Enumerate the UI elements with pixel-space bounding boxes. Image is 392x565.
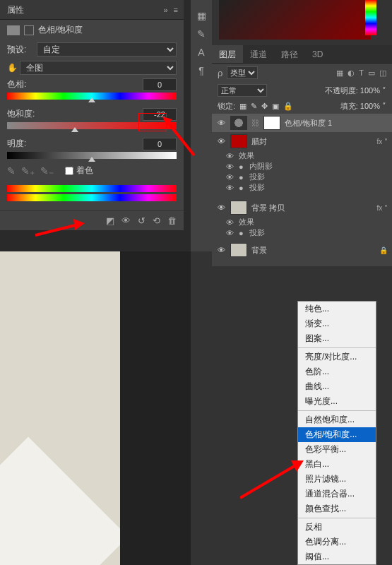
- visibility-icon[interactable]: 👁: [121, 215, 131, 226]
- color-picker[interactable]: [219, 0, 371, 40]
- layer-name[interactable]: 腊封: [251, 136, 267, 147]
- filter-type-icon[interactable]: T: [359, 69, 364, 78]
- lock-pixels-icon[interactable]: ✎: [251, 102, 257, 111]
- right-tool-strip: ▦ ✎ A ¶: [191, 0, 212, 251]
- adjustment-icon: [7, 25, 20, 35]
- visibility-toggle[interactable]: 👁: [226, 162, 236, 171]
- effect-inner-shadow[interactable]: 内阴影: [249, 161, 273, 172]
- filter-smart-icon[interactable]: ◫: [379, 69, 386, 78]
- layer-name[interactable]: 背景: [251, 245, 267, 256]
- menu-posterize[interactable]: 色调分离...: [298, 535, 376, 549]
- menu-solid-color[interactable]: 纯色...: [298, 302, 376, 316]
- lock-all-icon[interactable]: 🔒: [283, 102, 293, 111]
- layer-seal[interactable]: 👁 腊封 fx ˅: [212, 132, 392, 150]
- visibility-toggle[interactable]: 👁: [216, 137, 226, 145]
- menu-vibrance[interactable]: 自然饱和度...: [298, 412, 376, 427]
- effect-drop-shadow[interactable]: 投影: [249, 172, 265, 182]
- layer-hsl[interactable]: 👁 ⛓ 色相/饱和度 1: [212, 114, 392, 132]
- preset-select[interactable]: 自定: [37, 42, 177, 56]
- fill-value[interactable]: 100%: [360, 102, 380, 110]
- tab-layers[interactable]: 图层: [212, 45, 243, 63]
- menu-channel-mixer[interactable]: 通道混合器...: [298, 487, 376, 501]
- lightness-input[interactable]: [143, 138, 177, 150]
- menu-color-lookup[interactable]: 颜色查找...: [298, 501, 376, 516]
- menu-invert[interactable]: 反相: [298, 520, 376, 535]
- lock-artboard-icon[interactable]: ▣: [272, 102, 279, 111]
- visibility-toggle[interactable]: 👁: [226, 152, 236, 160]
- colorize-checkbox[interactable]: [65, 167, 73, 175]
- effects-label[interactable]: 效果: [239, 217, 254, 227]
- layer-thumb: [230, 134, 247, 148]
- filter-type-select[interactable]: 类型: [227, 66, 258, 79]
- layer-name[interactable]: 色相/饱和度 1: [285, 118, 332, 129]
- menu-photo-filter[interactable]: 照片滤镜...: [298, 472, 376, 487]
- tab-paths[interactable]: 路径: [274, 45, 305, 63]
- hue-slider[interactable]: [7, 93, 177, 100]
- menu-gradient[interactable]: 渐变...: [298, 316, 376, 331]
- visibility-toggle[interactable]: 👁: [226, 173, 236, 182]
- effect-drop-shadow[interactable]: 投影: [249, 182, 265, 193]
- layer-thumb: [230, 201, 247, 215]
- lightness-label: 明度:: [7, 138, 26, 150]
- clip-icon[interactable]: ◩: [106, 215, 114, 226]
- tab-channels[interactable]: 通道: [243, 45, 274, 63]
- hue-strip[interactable]: [365, 0, 376, 35]
- paragraph-icon[interactable]: ¶: [198, 65, 204, 76]
- menu-icon[interactable]: ≡: [174, 6, 178, 14]
- trash-icon[interactable]: 🗑: [167, 215, 177, 226]
- link-icon: ⛓: [251, 119, 259, 127]
- canvas-bg: [120, 251, 191, 565]
- visibility-toggle[interactable]: 👁: [216, 246, 226, 254]
- menu-black-white[interactable]: 黑白...: [298, 457, 376, 472]
- visibility-toggle[interactable]: 👁: [216, 119, 226, 127]
- visibility-toggle[interactable]: 👁: [226, 184, 236, 192]
- filter-shape-icon[interactable]: ▭: [368, 69, 375, 78]
- reset-icon[interactable]: ↺: [138, 215, 145, 226]
- filter-pixel-icon[interactable]: ▦: [336, 69, 343, 78]
- collapse-icon[interactable]: »: [163, 6, 167, 14]
- eyedropper-add-icon[interactable]: ✎₊: [21, 165, 35, 177]
- properties-tab[interactable]: 属性: [0, 0, 31, 20]
- menu-hue-saturation[interactable]: 色相/饱和度...: [298, 427, 376, 442]
- layer-bg-copy[interactable]: 👁 背景 拷贝 fx ˅: [212, 198, 392, 217]
- filter-adjust-icon[interactable]: ◐: [348, 69, 355, 78]
- filter-icon[interactable]: ρ: [218, 68, 222, 78]
- visibility-toggle[interactable]: 👁: [216, 203, 226, 212]
- menu-color-balance[interactable]: 色彩平衡...: [298, 442, 376, 457]
- spectrum-bottom: [7, 194, 177, 201]
- hue-input[interactable]: [143, 78, 177, 91]
- hand-icon[interactable]: ✋: [7, 63, 20, 73]
- menu-curves[interactable]: 曲线...: [298, 379, 376, 394]
- spectrum-top: [7, 185, 177, 192]
- visibility-toggle[interactable]: 👁: [226, 229, 236, 237]
- text-icon[interactable]: A: [198, 47, 204, 58]
- menu-exposure[interactable]: 曝光度...: [298, 394, 376, 409]
- menu-levels[interactable]: 色阶...: [298, 364, 376, 379]
- lightness-slider[interactable]: [7, 152, 177, 159]
- swatches-icon[interactable]: ▦: [197, 10, 206, 21]
- menu-pattern[interactable]: 图案...: [298, 331, 376, 346]
- menu-threshold[interactable]: 阈值...: [298, 549, 376, 564]
- canvas[interactable]: [0, 251, 120, 565]
- lock-transparency-icon[interactable]: ▦: [239, 102, 247, 111]
- tab-3d[interactable]: 3D: [305, 45, 330, 63]
- effect-drop-shadow[interactable]: 投影: [249, 227, 265, 238]
- lock-icon: 🔒: [379, 246, 388, 254]
- menu-brightness-contrast[interactable]: 亮度/对比度...: [298, 350, 376, 364]
- fx-badge[interactable]: fx ˅: [376, 204, 388, 212]
- previous-icon[interactable]: ⟲: [153, 215, 160, 226]
- layer-name[interactable]: 背景 拷贝: [251, 203, 285, 213]
- layer-thumb: [230, 243, 247, 257]
- visibility-toggle[interactable]: 👁: [226, 218, 236, 227]
- blend-mode-select[interactable]: 正常: [218, 84, 267, 97]
- fx-badge[interactable]: fx ˅: [376, 138, 388, 145]
- layer-bg[interactable]: 👁 背景 🔒: [212, 241, 392, 259]
- adjustment-context-menu: 纯色... 渐变... 图案... 亮度/对比度... 色阶... 曲线... …: [297, 301, 376, 565]
- eyedropper-icon[interactable]: ✎: [7, 165, 16, 177]
- range-select[interactable]: 全图: [20, 61, 177, 75]
- effects-label[interactable]: 效果: [239, 150, 254, 161]
- opacity-value[interactable]: 100%: [360, 86, 380, 95]
- brush-icon[interactable]: ✎: [197, 28, 206, 40]
- lock-position-icon[interactable]: ✥: [261, 102, 268, 111]
- eyedropper-sub-icon[interactable]: ✎₋: [40, 165, 54, 177]
